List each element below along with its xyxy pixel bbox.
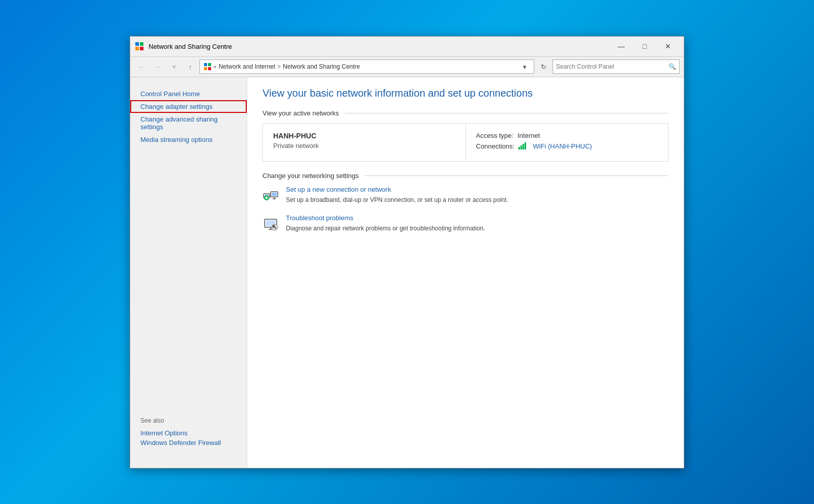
- sidebar-nav: Control Panel Home Change adapter settin…: [130, 87, 247, 407]
- sidebar-item-control-panel-home[interactable]: Control Panel Home: [130, 87, 247, 100]
- svg-rect-11: [525, 142, 526, 150]
- new-connection-link[interactable]: Set up a new connection or network: [286, 186, 668, 193]
- new-connection-text: Set up a new connection or network Set u…: [286, 186, 668, 204]
- network-name: HANH-PHUC: [273, 132, 455, 140]
- networking-settings-section: Change your networking settings: [263, 172, 668, 232]
- svg-rect-3: [140, 47, 143, 50]
- networking-settings-label: Change your networking settings: [263, 172, 359, 180]
- active-networks-label: View your active networks: [263, 109, 339, 117]
- sidebar-item-media-streaming[interactable]: Media streaming options: [130, 133, 247, 146]
- svg-rect-7: [208, 67, 211, 70]
- svg-rect-0: [135, 42, 139, 46]
- troubleshoot-link[interactable]: Troubleshoot problems: [286, 214, 668, 222]
- networking-settings-header: Change your networking settings: [263, 172, 668, 180]
- sidebar-see-also: See also Internet Options Windows Defend…: [130, 407, 247, 458]
- wifi-bars-icon: [518, 142, 529, 150]
- troubleshoot-icon: [263, 215, 279, 231]
- svg-rect-4: [204, 63, 207, 66]
- sidebar: Control Panel Home Change adapter settin…: [130, 77, 247, 468]
- address-bar: « Network and Internet > Network and Sha…: [199, 60, 534, 74]
- refresh-button[interactable]: ↻: [536, 60, 550, 74]
- svg-rect-9: [520, 145, 522, 150]
- svg-rect-8: [518, 147, 520, 150]
- close-button[interactable]: ✕: [656, 39, 680, 54]
- search-icon: 🔍: [668, 63, 676, 70]
- address-breadcrumb: « Network and Internet > Network and Sha…: [213, 63, 517, 70]
- networking-settings-divider: [365, 175, 668, 176]
- network-type: Private network: [273, 142, 455, 150]
- active-networks-header: View your active networks: [263, 109, 668, 117]
- search-input[interactable]: [556, 63, 668, 70]
- main-area: Control Panel Home Change adapter settin…: [130, 77, 684, 468]
- see-also-title: See also: [140, 417, 237, 424]
- nav-bar: ← → ▾ ↑ « Network and Internet > Network…: [130, 57, 684, 77]
- breadcrumb-separator: «: [213, 63, 217, 70]
- network-right: Access type: Internet Connections:: [466, 124, 668, 161]
- sidebar-internet-options[interactable]: Internet Options: [140, 428, 237, 438]
- sidebar-windows-defender-firewall[interactable]: Windows Defender Firewall: [140, 438, 237, 448]
- title-bar: Network and Sharing Centre — □ ✕: [130, 37, 684, 57]
- svg-rect-15: [272, 193, 277, 196]
- address-dropdown-button[interactable]: ▾: [519, 60, 530, 74]
- forward-button[interactable]: →: [151, 60, 165, 74]
- active-networks-divider: [345, 113, 668, 113]
- access-type-value: Internet: [517, 132, 540, 139]
- main-window: Network and Sharing Centre — □ ✕ ← → ▾ ↑…: [130, 36, 684, 468]
- access-type-label: Access type:: [476, 132, 514, 139]
- svg-rect-6: [204, 67, 207, 70]
- network-left: HANH-PHUC Private network: [263, 124, 466, 161]
- up-button[interactable]: ↑: [183, 60, 197, 74]
- new-connection-desc: Set up a broadband, dial-up or VPN conne…: [286, 196, 508, 203]
- window-title: Network and Sharing Centre: [149, 43, 609, 50]
- address-bar-icon: [204, 63, 211, 70]
- svg-rect-2: [135, 47, 139, 50]
- sidebar-item-change-advanced-sharing[interactable]: Change advanced sharing settings: [130, 113, 247, 133]
- page-title: View your basic network information and …: [263, 87, 668, 99]
- svg-rect-1: [140, 42, 143, 46]
- search-box: 🔍: [553, 60, 680, 74]
- troubleshoot-text: Troubleshoot problems Diagnose and repai…: [286, 214, 668, 232]
- breadcrumb-current: Network and Sharing Centre: [283, 63, 360, 70]
- connections-label: Connections:: [476, 142, 515, 150]
- sidebar-item-change-adapter-settings[interactable]: Change adapter settings: [130, 100, 247, 113]
- breadcrumb-network-internet[interactable]: Network and Internet: [219, 63, 275, 70]
- breadcrumb-arrow: >: [277, 63, 281, 70]
- connections-row: Connections: WiFi (HANH-PHUC): [476, 142, 658, 150]
- active-network-inner: HANH-PHUC Private network Access type: I…: [263, 124, 668, 161]
- access-type-row: Access type: Internet: [476, 132, 658, 139]
- svg-rect-10: [522, 144, 524, 150]
- history-dropdown-button[interactable]: ▾: [167, 60, 181, 74]
- new-connection-icon: [263, 187, 279, 203]
- content-area: View your basic network information and …: [247, 77, 684, 468]
- troubleshoot-desc: Diagnose and repair network problems or …: [286, 225, 485, 232]
- maximize-button[interactable]: □: [633, 39, 656, 54]
- svg-rect-5: [208, 63, 211, 66]
- troubleshoot-item: Troubleshoot problems Diagnose and repai…: [263, 214, 668, 232]
- new-connection-item: Set up a new connection or network Set u…: [263, 186, 668, 204]
- window-controls: — □ ✕: [609, 39, 680, 54]
- active-network-box: HANH-PHUC Private network Access type: I…: [263, 123, 668, 162]
- window-icon: [134, 41, 144, 51]
- back-button[interactable]: ←: [134, 60, 149, 74]
- minimize-button[interactable]: —: [609, 39, 633, 54]
- wifi-connection-link[interactable]: WiFi (HANH-PHUC): [533, 142, 592, 150]
